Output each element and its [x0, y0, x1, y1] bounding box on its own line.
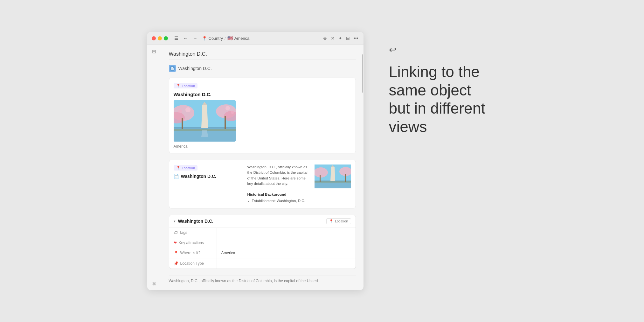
expanded-location-row: 📍 Where is it? America: [169, 248, 356, 258]
tags-value[interactable]: [217, 228, 356, 238]
chevron-down-icon[interactable]: ▾: [174, 219, 176, 223]
forward-button[interactable]: →: [192, 35, 199, 41]
expanded-row-view: ▾ Washington D.C. 📍 Location 🏷 Tags: [169, 215, 356, 269]
nav-icons: ☰ ← →: [173, 35, 199, 41]
close-icon-button[interactable]: ✕: [330, 35, 335, 41]
doc-description: Washington, D.C., officially known as th…: [247, 164, 311, 204]
breadcrumb-flag: 🇺🇸: [227, 36, 233, 41]
svg-rect-15: [225, 116, 226, 129]
heart-icon: ❤: [174, 241, 177, 245]
gallery-card-caption: America: [174, 144, 351, 149]
breadcrumb-separator: /: [225, 36, 226, 41]
gallery-card-title: Washington D.C.: [174, 92, 351, 97]
sidebar-toggle-btn[interactable]: ☰: [173, 35, 180, 41]
star-icon-button[interactable]: ✦: [338, 35, 343, 41]
expanded-attractions-row: ❤ Key attractions: [169, 238, 356, 248]
type-label: 📌 Location Type: [169, 258, 217, 269]
svg-rect-28: [320, 175, 321, 182]
pushpin-icon: 📌: [174, 261, 178, 266]
gallery-card-image: [174, 100, 236, 142]
traffic-light-red[interactable]: [152, 36, 156, 40]
attractions-label: ❤ Key attractions: [169, 238, 217, 248]
tags-label: 🏷 Tags: [169, 228, 217, 238]
document-card-view: 📍 Location 📄 Washington D.C. Washington,…: [169, 160, 356, 208]
svg-point-19: [231, 111, 234, 114]
expanded-type-row: 📌 Location Type: [169, 258, 356, 269]
scrollbar[interactable]: [361, 45, 364, 290]
svg-point-18: [225, 106, 230, 110]
svg-rect-14: [182, 118, 183, 129]
breadcrumb: 📍 Country / 🇺🇸 America: [202, 36, 319, 41]
tag-icon: 📍: [176, 84, 181, 88]
gallery-card-view: 📍 Location Washington D.C.: [169, 78, 356, 153]
expanded-header: ▾ Washington D.C. 📍 Location: [169, 215, 356, 228]
entry-icon: [169, 65, 176, 72]
entry-link[interactable]: Washington D.C.: [178, 66, 212, 71]
sidebar-panel: ⊟ ⌘: [147, 45, 161, 290]
tags-icon: 🏷: [174, 230, 177, 235]
entry-row: Washington D.C.: [169, 65, 356, 72]
browser-body: ⊟ ⌘ Washington D.C. W: [147, 45, 364, 290]
type-value[interactable]: [217, 258, 356, 269]
traffic-light-green[interactable]: [164, 36, 168, 40]
doc-card-title: 📄 Washington D.C.: [174, 174, 244, 179]
location-value[interactable]: America: [217, 248, 356, 258]
add-icon-button[interactable]: ⊕: [322, 35, 328, 41]
svg-marker-11: [201, 105, 208, 128]
right-panel-heading: Linking to the same object but in differ…: [389, 63, 491, 136]
doc-left-panel: 📍 Location 📄 Washington D.C.: [174, 164, 244, 179]
svg-rect-29: [345, 174, 346, 182]
more-options-button[interactable]: •••: [353, 35, 359, 41]
doc-file-icon: 📄: [174, 174, 179, 179]
page-title: Washington D.C.: [169, 51, 356, 60]
back-button[interactable]: ←: [182, 35, 189, 41]
expanded-location-badge: 📍 Location: [326, 218, 351, 224]
split-view-button[interactable]: ⊟: [345, 35, 350, 41]
doc-tag-icon: 📍: [176, 166, 181, 170]
traffic-lights: [152, 36, 168, 40]
expanded-title-row: ▾ Washington D.C.: [174, 219, 213, 224]
cmd-icon: ⌘: [152, 282, 156, 286]
svg-rect-1: [171, 68, 174, 70]
sidebar-collapse-button[interactable]: ⊟: [152, 49, 156, 54]
pin-icon: 📍: [174, 251, 178, 255]
titlebar-actions: ⊕ ✕ ✦ ⊟ •••: [322, 35, 359, 41]
svg-point-21: [315, 167, 328, 178]
expanded-tags-row: 🏷 Tags: [169, 228, 356, 238]
svg-rect-2: [171, 67, 173, 68]
doc-location-tag: 📍 Location: [174, 165, 198, 171]
menu-icon: ☰: [174, 36, 178, 41]
scroll-thumb[interactable]: [362, 54, 363, 93]
breadcrumb-location-icon: 📍: [202, 36, 207, 41]
right-panel: ↩ Linking to the same object but in diff…: [383, 32, 497, 149]
main-content: Washington D.C. Washington D.C.: [161, 45, 364, 290]
back-icon: ←: [184, 36, 188, 41]
svg-point-17: [178, 109, 182, 113]
location-label: 📍 Where is it?: [169, 248, 217, 258]
return-arrow-icon: ↩: [389, 45, 491, 55]
breadcrumb-country[interactable]: Country: [209, 36, 223, 41]
expanded-view-title: Washington D.C.: [178, 219, 213, 224]
breadcrumb-america[interactable]: America: [234, 36, 250, 41]
svg-marker-26: [330, 167, 335, 181]
svg-marker-13: [201, 130, 208, 137]
browser-window: ☰ ← → 📍 Country / 🇺🇸 America ⊕ ✕ ✦: [147, 32, 364, 290]
titlebar: ☰ ← → 📍 Country / 🇺🇸 America ⊕ ✕ ✦: [147, 32, 364, 45]
traffic-light-yellow[interactable]: [158, 36, 162, 40]
bottom-description: Washington, D.C., officially known as th…: [169, 275, 356, 284]
badge-pin-icon: 📍: [329, 219, 334, 223]
doc-card-image: [315, 164, 351, 188]
forward-icon: →: [193, 36, 197, 41]
attractions-value[interactable]: [217, 238, 356, 248]
gallery-location-tag: 📍 Location: [174, 83, 198, 88]
svg-point-16: [185, 107, 190, 112]
